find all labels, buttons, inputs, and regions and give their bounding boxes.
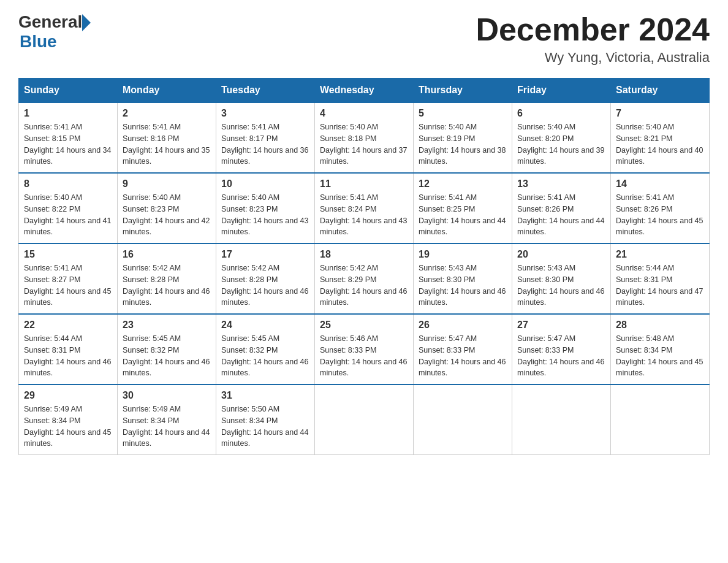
day-info: Sunrise: 5:40 AM Sunset: 8:23 PM Dayligh… [123,192,211,238]
daylight-label: Daylight: 14 hours and 38 minutes. [419,146,506,166]
week-row-5: 29 Sunrise: 5:49 AM Sunset: 8:34 PM Dayl… [19,385,710,455]
sunrise-label: Sunrise: 5:48 AM [616,334,674,343]
day-cell: 31 Sunrise: 5:50 AM Sunset: 8:34 PM Dayl… [216,385,315,455]
day-cell: 3 Sunrise: 5:41 AM Sunset: 8:17 PM Dayli… [216,102,315,173]
calendar-title: December 2024 [476,12,710,47]
day-info: Sunrise: 5:42 AM Sunset: 8:28 PM Dayligh… [123,262,211,308]
header-cell-tuesday: Tuesday [216,79,315,103]
calendar-header: SundayMondayTuesdayWednesdayThursdayFrid… [19,79,710,103]
day-info: Sunrise: 5:40 AM Sunset: 8:18 PM Dayligh… [320,121,408,167]
day-number: 3 [221,108,309,119]
daylight-label: Daylight: 14 hours and 45 minutes. [616,216,703,237]
logo-bottom-row: Blue [18,32,91,52]
sunset-label: Sunset: 8:25 PM [419,205,475,213]
sunrise-label: Sunrise: 5:50 AM [221,405,279,413]
daylight-label: Daylight: 14 hours and 46 minutes. [320,358,407,378]
sunset-label: Sunset: 8:26 PM [616,205,672,213]
daylight-label: Daylight: 14 hours and 42 minutes. [123,216,210,237]
day-number: 22 [24,320,112,331]
logo: General Blue [18,12,91,52]
daylight-label: Daylight: 14 hours and 36 minutes. [221,146,308,166]
daylight-label: Daylight: 14 hours and 44 minutes. [419,216,506,237]
sunset-label: Sunset: 8:19 PM [419,134,475,143]
sunrise-label: Sunrise: 5:41 AM [221,123,279,131]
day-info: Sunrise: 5:46 AM Sunset: 8:33 PM Dayligh… [320,333,408,379]
day-info: Sunrise: 5:40 AM Sunset: 8:20 PM Dayligh… [517,121,605,167]
day-info: Sunrise: 5:49 AM Sunset: 8:34 PM Dayligh… [123,404,211,450]
sunset-label: Sunset: 8:29 PM [320,275,376,284]
sunrise-label: Sunrise: 5:42 AM [123,264,181,272]
day-info: Sunrise: 5:40 AM Sunset: 8:19 PM Dayligh… [419,121,507,167]
day-cell: 7 Sunrise: 5:40 AM Sunset: 8:21 PM Dayli… [611,102,710,173]
day-info: Sunrise: 5:41 AM Sunset: 8:27 PM Dayligh… [24,262,112,308]
day-cell: 15 Sunrise: 5:41 AM Sunset: 8:27 PM Dayl… [19,243,118,314]
daylight-label: Daylight: 14 hours and 35 minutes. [123,146,210,166]
day-info: Sunrise: 5:45 AM Sunset: 8:32 PM Dayligh… [221,333,309,379]
logo-blue-text: Blue [20,32,57,52]
sunset-label: Sunset: 8:30 PM [419,275,475,284]
day-info: Sunrise: 5:40 AM Sunset: 8:21 PM Dayligh… [616,121,704,167]
daylight-label: Daylight: 14 hours and 41 minutes. [24,216,111,237]
day-info: Sunrise: 5:49 AM Sunset: 8:34 PM Dayligh… [24,404,112,450]
daylight-label: Daylight: 14 hours and 45 minutes. [24,287,111,307]
daylight-label: Daylight: 14 hours and 44 minutes. [517,216,604,237]
day-cell [315,385,414,455]
title-area: December 2024 Wy Yung, Victoria, Austral… [476,12,710,66]
day-cell: 1 Sunrise: 5:41 AM Sunset: 8:15 PM Dayli… [19,102,118,173]
day-number: 31 [221,390,309,401]
sunrise-label: Sunrise: 5:41 AM [616,193,674,202]
day-info: Sunrise: 5:44 AM Sunset: 8:31 PM Dayligh… [616,262,704,308]
header-cell-monday: Monday [118,79,216,103]
daylight-label: Daylight: 14 hours and 37 minutes. [320,146,407,166]
day-number: 29 [24,390,112,401]
day-info: Sunrise: 5:41 AM Sunset: 8:17 PM Dayligh… [221,121,309,167]
day-cell: 23 Sunrise: 5:45 AM Sunset: 8:32 PM Dayl… [118,314,216,385]
day-cell: 8 Sunrise: 5:40 AM Sunset: 8:22 PM Dayli… [19,173,118,243]
sunrise-label: Sunrise: 5:44 AM [616,264,674,272]
day-number: 26 [419,320,507,331]
sunset-label: Sunset: 8:20 PM [517,134,574,143]
daylight-label: Daylight: 14 hours and 46 minutes. [221,287,308,307]
sunrise-label: Sunrise: 5:42 AM [320,264,378,272]
daylight-label: Daylight: 14 hours and 47 minutes. [616,287,703,307]
header-cell-sunday: Sunday [19,79,118,103]
day-number: 16 [123,249,211,260]
day-info: Sunrise: 5:45 AM Sunset: 8:32 PM Dayligh… [123,333,211,379]
day-info: Sunrise: 5:41 AM Sunset: 8:24 PM Dayligh… [320,192,408,238]
day-cell: 14 Sunrise: 5:41 AM Sunset: 8:26 PM Dayl… [611,173,710,243]
header-cell-wednesday: Wednesday [315,79,414,103]
daylight-label: Daylight: 14 hours and 46 minutes. [24,358,111,378]
day-number: 23 [123,320,211,331]
sunrise-label: Sunrise: 5:40 AM [221,193,279,202]
sunrise-label: Sunrise: 5:41 AM [123,123,181,131]
sunset-label: Sunset: 8:16 PM [123,134,179,143]
sunrise-label: Sunrise: 5:40 AM [123,193,181,202]
sunrise-label: Sunrise: 5:41 AM [24,123,82,131]
day-number: 18 [320,249,408,260]
sunset-label: Sunset: 8:32 PM [221,346,278,354]
day-number: 11 [320,178,408,190]
day-number: 13 [517,178,605,190]
daylight-label: Daylight: 14 hours and 44 minutes. [123,428,210,448]
day-number: 14 [616,178,704,190]
sunset-label: Sunset: 8:21 PM [616,134,672,143]
week-row-2: 8 Sunrise: 5:40 AM Sunset: 8:22 PM Dayli… [19,173,710,243]
sunrise-label: Sunrise: 5:41 AM [24,264,82,272]
day-cell: 28 Sunrise: 5:48 AM Sunset: 8:34 PM Dayl… [611,314,710,385]
sunset-label: Sunset: 8:34 PM [123,416,179,425]
day-cell: 27 Sunrise: 5:47 AM Sunset: 8:33 PM Dayl… [512,314,611,385]
day-info: Sunrise: 5:42 AM Sunset: 8:28 PM Dayligh… [221,262,309,308]
day-cell: 17 Sunrise: 5:42 AM Sunset: 8:28 PM Dayl… [216,243,315,314]
day-info: Sunrise: 5:47 AM Sunset: 8:33 PM Dayligh… [517,333,605,379]
day-info: Sunrise: 5:41 AM Sunset: 8:25 PM Dayligh… [419,192,507,238]
day-cell: 22 Sunrise: 5:44 AM Sunset: 8:31 PM Dayl… [19,314,118,385]
day-cell: 10 Sunrise: 5:40 AM Sunset: 8:23 PM Dayl… [216,173,315,243]
sunrise-label: Sunrise: 5:41 AM [517,193,575,202]
day-cell: 6 Sunrise: 5:40 AM Sunset: 8:20 PM Dayli… [512,102,611,173]
day-info: Sunrise: 5:43 AM Sunset: 8:30 PM Dayligh… [419,262,507,308]
sunset-label: Sunset: 8:34 PM [221,416,278,425]
logo-general-text: General [18,12,82,32]
day-info: Sunrise: 5:50 AM Sunset: 8:34 PM Dayligh… [221,404,309,450]
day-cell: 12 Sunrise: 5:41 AM Sunset: 8:25 PM Dayl… [414,173,512,243]
sunrise-label: Sunrise: 5:45 AM [123,334,181,343]
